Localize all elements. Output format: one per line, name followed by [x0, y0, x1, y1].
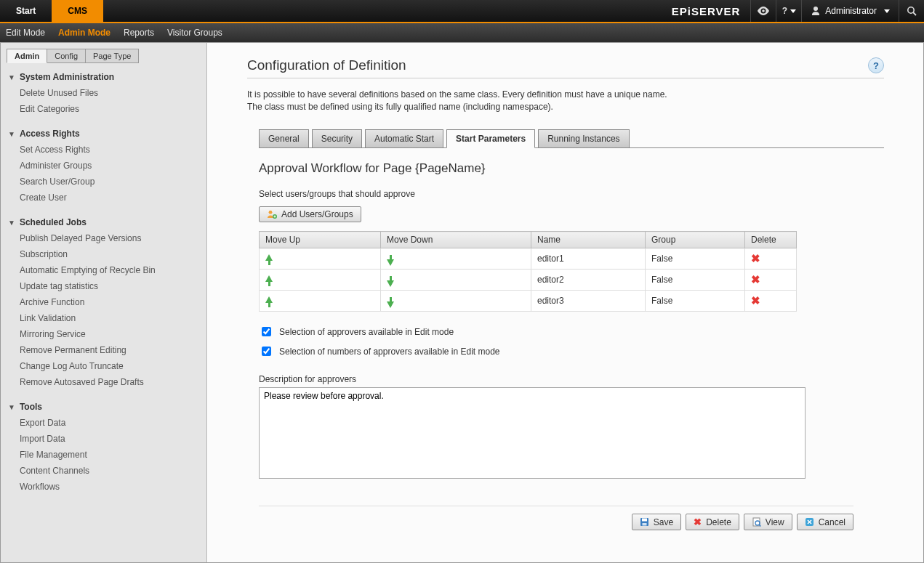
tab-automatic-start[interactable]: Automatic Start — [365, 129, 443, 148]
col-delete: Delete — [745, 232, 797, 248]
svg-line-2 — [913, 12, 916, 15]
move-down-icon[interactable] — [387, 276, 394, 287]
inner-tabbar: General Security Automatic Start Start P… — [259, 129, 884, 148]
sidebar-item[interactable]: Content Channels — [1, 463, 206, 479]
collapse-icon: ▼ — [8, 73, 15, 81]
sidebar-item[interactable]: Search User/Group — [1, 174, 206, 190]
move-up-icon[interactable] — [265, 275, 273, 286]
svg-point-3 — [269, 211, 273, 214]
description-textarea[interactable] — [259, 387, 806, 479]
move-down-icon[interactable] — [387, 255, 394, 266]
table-row: editor3False✖ — [260, 291, 797, 312]
sidebar-section-title: System Administration — [20, 72, 114, 82]
svg-rect-7 — [642, 523, 646, 526]
cell-name: editor3 — [531, 291, 646, 312]
help-icon[interactable]: ? — [868, 57, 884, 73]
sidebar-section-header[interactable]: ▼Tools — [1, 400, 206, 415]
sidebar-item[interactable]: Subscription — [1, 246, 206, 262]
sidebar-section-header[interactable]: ▼Scheduled Jobs — [1, 216, 206, 230]
help-menu-icon[interactable]: ? — [776, 0, 801, 22]
svg-point-0 — [763, 9, 766, 12]
sidebar-item[interactable]: Import Data — [1, 431, 206, 447]
mode-admin[interactable]: Admin Mode — [58, 28, 111, 38]
collapse-icon: ▼ — [8, 403, 15, 411]
view-icon — [752, 517, 761, 527]
cancel-button[interactable]: Cancel — [797, 514, 853, 530]
user-menu[interactable]: Administrator — [801, 0, 899, 22]
delete-row-icon[interactable]: ✖ — [751, 252, 760, 264]
svg-rect-6 — [642, 519, 647, 522]
sidebar-item[interactable]: Edit Categories — [1, 101, 206, 117]
sidebar-item[interactable]: Update tag statistics — [1, 278, 206, 294]
sidebar-item[interactable]: Export Data — [1, 415, 206, 431]
sidebar-section: ▼Access RightsSet Access RightsAdministe… — [1, 127, 206, 206]
col-group: Group — [646, 232, 745, 248]
save-button[interactable]: Save — [632, 514, 681, 530]
tab-start[interactable]: Start — [0, 0, 52, 22]
tab-security[interactable]: Security — [312, 129, 362, 148]
mode-edit[interactable]: Edit Mode — [6, 28, 45, 38]
sidebar-tab-config[interactable]: Config — [47, 49, 86, 63]
add-users-groups-button[interactable]: Add Users/Groups — [259, 206, 361, 222]
mode-menu: Edit Mode Admin Mode Reports Visitor Gro… — [0, 23, 924, 42]
delete-row-icon[interactable]: ✖ — [751, 273, 760, 285]
col-moveup: Move Up — [260, 232, 381, 248]
sidebar-section-title: Scheduled Jobs — [20, 217, 87, 227]
col-name: Name — [531, 232, 646, 248]
sidebar-item[interactable]: Automatic Emptying of Recycle Bin — [1, 262, 206, 278]
sidebar-item[interactable]: Delete Unused Files — [1, 85, 206, 101]
sidebar-section-header[interactable]: ▼Access Rights — [1, 127, 206, 142]
view-button[interactable]: View — [744, 514, 792, 530]
sidebar-tab-pagetype[interactable]: Page Type — [85, 49, 139, 63]
delete-button[interactable]: ✖ Delete — [686, 514, 739, 530]
view-label: View — [766, 517, 784, 527]
sidebar-item[interactable]: Archive Function — [1, 294, 206, 310]
sidebar-item[interactable]: Administer Groups — [1, 158, 206, 174]
sidebar-item[interactable]: File Management — [1, 447, 206, 463]
sidebar-item[interactable]: Link Validation — [1, 310, 206, 326]
move-down-icon[interactable] — [387, 297, 394, 308]
desc-for-approvers-label: Description for approvers — [259, 374, 884, 384]
table-header-row: Move Up Move Down Name Group Delete — [260, 232, 797, 248]
sidebar-item[interactable]: Remove Autosaved Page Drafts — [1, 374, 206, 390]
move-up-icon[interactable] — [265, 296, 273, 307]
sidebar-item[interactable]: Publish Delayed Page Versions — [1, 230, 206, 246]
mode-reports[interactable]: Reports — [124, 28, 154, 38]
page-description: It is possible to have several definitio… — [247, 89, 884, 113]
workspace: Admin Config Page Type ▼System Administr… — [0, 42, 924, 563]
move-up-icon[interactable] — [265, 254, 273, 265]
panel-heading: Approval Workflow for Page {PageName} — [259, 161, 884, 176]
tab-general[interactable]: General — [259, 129, 309, 148]
sidebar-tab-admin[interactable]: Admin — [7, 49, 47, 63]
mode-visitor-groups[interactable]: Visitor Groups — [167, 28, 222, 38]
sidebar-item[interactable]: Mirroring Service — [1, 326, 206, 342]
checkbox-numbers-edit[interactable] — [262, 347, 271, 356]
cell-group: False — [646, 270, 745, 291]
sidebar-item[interactable]: Change Log Auto Truncate — [1, 358, 206, 374]
table-row: editor1False✖ — [260, 248, 797, 270]
svg-point-1 — [908, 7, 914, 13]
sidebar: Admin Config Page Type ▼System Administr… — [1, 43, 207, 562]
search-icon[interactable] — [899, 0, 924, 22]
sidebar-section-header[interactable]: ▼System Administration — [1, 70, 206, 85]
tab-cms[interactable]: CMS — [52, 0, 103, 22]
desc-line-2: The class must be defined using its full… — [247, 101, 884, 113]
checkbox-approvers-edit[interactable] — [262, 327, 271, 336]
collapse-icon: ▼ — [8, 130, 15, 138]
delete-row-icon[interactable]: ✖ — [751, 294, 760, 307]
cell-group: False — [646, 248, 745, 270]
sidebar-item[interactable]: Workflows — [1, 479, 206, 495]
preview-icon[interactable] — [750, 0, 776, 22]
checkbox-numbers-edit-label: Selection of numbers of approvers availa… — [279, 347, 500, 357]
checkbox-approvers-edit-label: Selection of approvers available in Edit… — [279, 327, 454, 337]
sidebar-item[interactable]: Set Access Rights — [1, 142, 206, 158]
sidebar-item[interactable]: Create User — [1, 190, 206, 206]
top-header: Start CMS EPiSERVER ? Administrator — [0, 0, 924, 23]
tab-running-instances[interactable]: Running Instances — [538, 129, 629, 148]
add-users-icon — [267, 209, 277, 219]
sidebar-item[interactable]: Remove Permanent Editing — [1, 342, 206, 358]
table-row: editor2False✖ — [260, 270, 797, 291]
header-spacer — [103, 0, 662, 22]
select-label: Select users/groups that should approve — [259, 189, 884, 199]
tab-start-parameters[interactable]: Start Parameters — [446, 129, 535, 148]
